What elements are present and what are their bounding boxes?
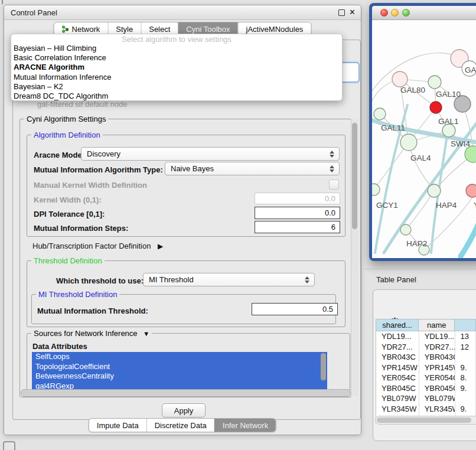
table-row[interactable]: YLR345WYLR345W9. (376, 404, 476, 415)
tab-label: Network (72, 25, 100, 34)
dropdown-hint: Select algorithm to view settings (11, 35, 342, 44)
dpi-tolerance-input[interactable]: 0.0 (255, 207, 340, 219)
tab-label: Style (116, 25, 133, 34)
table-row[interactable]: YBL079WYBL079W (376, 393, 476, 404)
node-attribute-table: shared...name YDL19...YDL19...13YDR27...… (376, 319, 476, 425)
scrollbar-thumb[interactable] (352, 123, 357, 229)
zoom-window-button[interactable] (402, 9, 410, 17)
table-cell: 8. (455, 373, 476, 383)
node-label-y: Y (474, 201, 476, 210)
dropdown-item-bayesian-k2[interactable]: Bayesian – K2 (11, 82, 342, 92)
network-view-window: GALGAL80GAL10GAL1GAL11SWI4GAL4GCY1HAP4YH… (369, 3, 476, 261)
network-node[interactable] (372, 184, 380, 195)
network-canvas[interactable]: GALGAL80GAL10GAL1GAL11SWI4GAL4GCY1HAP4YH… (372, 20, 476, 258)
dropdown-item-basic-correlation-inference[interactable]: Basic Correlation Inference (11, 53, 342, 63)
dropdown-item-bayesian-hill-climbing[interactable]: Bayesian – Hill Climbing (11, 44, 342, 53)
mi-threshold-input[interactable]: 0.5 (252, 303, 338, 315)
table-row[interactable]: YDR27...YDR27...12 (376, 342, 476, 353)
collapse-arrow-icon[interactable]: ▼ (143, 330, 149, 337)
column-header-name[interactable]: name (419, 319, 455, 331)
attributes-list-scrollbar[interactable] (321, 353, 326, 380)
node-label-gal10: GAL10 (436, 90, 461, 99)
close-window-button[interactable] (380, 9, 388, 17)
aracne-mode-select[interactable]: Discovery (81, 147, 340, 161)
tab-infer-network[interactable]: Infer Network (214, 419, 276, 432)
close-icon[interactable]: ✕ (349, 8, 356, 17)
column-header-clipped[interactable] (455, 319, 476, 331)
data-attributes-list[interactable]: SelfLoopsTopologicalCoefficientBetweenne… (32, 352, 327, 392)
mi-algorithm-type-label: Mutual Information Algorithm Type: (34, 165, 163, 174)
node-label-gal11: GAL11 (381, 123, 405, 132)
network-graph[interactable]: GALGAL80GAL10GAL1GAL11SWI4GAL4GCY1HAP4YH… (372, 20, 476, 258)
network-node[interactable] (400, 224, 411, 235)
network-node[interactable] (374, 108, 386, 120)
attribute-item-topologicalcoefficient[interactable]: TopologicalCoefficient (32, 362, 327, 372)
network-icon (62, 25, 69, 33)
network-node[interactable] (442, 124, 455, 137)
table-horizontal-scrollbar[interactable] (375, 416, 476, 425)
dropdown-item-dream8-dc-tdc-algorithm[interactable]: Dream8 DC_TDC Algorithm (11, 92, 342, 101)
scrollbar-thumb[interactable] (377, 418, 471, 423)
node-label-gal4: GAL4 (410, 154, 431, 162)
dpi-tolerance-label: DPI Tolerance [0,1]: (34, 210, 105, 219)
tab-label: Impute Data (97, 421, 139, 430)
algorithm-dropdown-list: Select algorithm to view settings Bayesi… (11, 34, 343, 101)
dropdown-item-mutual-information-inference[interactable]: Mutual Information Inference (11, 73, 342, 82)
table-row[interactable]: YBR043CYBR043C (376, 352, 476, 363)
hub-definition-toggle[interactable]: Hub/Transcription Factor Definition ▶ (32, 242, 163, 250)
table-cell: YPR145W (376, 363, 419, 373)
minimize-window-button[interactable] (391, 9, 399, 17)
column-header-shared[interactable]: shared... (376, 319, 419, 331)
kernel-width-label: Kernel Width (0,1): (34, 195, 102, 204)
screen-edge-fragment (2, 0, 3, 4)
data-attributes-label: Data Attributes (32, 342, 87, 351)
network-node[interactable] (428, 76, 441, 89)
table-cell: 12 (455, 342, 476, 353)
manual-kernel-width-checkbox (329, 180, 339, 190)
mi-steps-input[interactable]: 6 (255, 221, 340, 233)
network-node[interactable] (428, 184, 441, 197)
table-cell: YER054C (419, 373, 455, 383)
network-window-titlebar[interactable] (372, 6, 476, 20)
table-cell: YBR043C (376, 352, 419, 363)
mi-threshold-label: Mutual Information Threshold: (37, 306, 148, 315)
aracne-mode-label: Aracne Mode: (34, 151, 84, 159)
attribute-item-betweennesscentrality[interactable]: BetweennessCentrality (32, 371, 327, 381)
algorithm-definition-title: Algorithm Definition (31, 131, 103, 139)
attribute-item-selfloops[interactable]: SelfLoops (32, 352, 327, 362)
sources-group-header[interactable]: Sources for Network Inference ▼ (31, 329, 152, 338)
cyni-algorithm-settings-title: Cyni Algorithm Settings (24, 115, 108, 123)
node-label-hap2: HAP2 (406, 239, 427, 248)
table-cell: YDR27... (419, 342, 455, 353)
node-label-hap4: HAP4 (436, 201, 457, 210)
desktop-mini-icon[interactable] (3, 441, 15, 450)
network-node[interactable] (430, 102, 442, 113)
network-node[interactable] (392, 71, 407, 87)
table-row[interactable]: YER054CYER054C8. (376, 373, 476, 383)
float-window-icon[interactable] (338, 9, 345, 16)
network-node[interactable] (466, 184, 476, 197)
table-cell: 9. (455, 404, 476, 415)
expand-arrow-icon[interactable]: ▶ (158, 242, 163, 250)
settings-vertical-scrollbar[interactable] (351, 119, 358, 396)
tab-impute-data[interactable]: Impute Data (89, 419, 146, 432)
table-cell: 9. (455, 363, 476, 373)
mi-algorithm-type-select[interactable]: Naive Bayes (165, 162, 340, 175)
node-label-swi4: SWI4 (451, 139, 470, 148)
tab-discretize-data[interactable]: Discretize Data (146, 419, 214, 432)
settings-horizontal-scrollbar[interactable] (21, 389, 351, 397)
node-label-gal1: GAL1 (438, 117, 459, 126)
table-row[interactable]: YDL19...YDL19...13 (376, 331, 476, 342)
which-threshold-select[interactable]: MI Threshold (143, 273, 315, 286)
table-cell: YDL19... (376, 331, 419, 342)
table-row[interactable]: YBR045CYBR045C9. (376, 383, 476, 394)
table-cell: YBL079W (376, 393, 419, 404)
table-cell: YLR345W (376, 404, 419, 415)
table-cell: YDL19... (419, 331, 455, 342)
table-row[interactable]: YPR145WYPR145W9. (376, 363, 476, 373)
apply-button[interactable]: Apply (162, 403, 206, 418)
table-header-row: shared...name (376, 319, 476, 331)
table-panel-title: Table Panel (376, 275, 416, 284)
network-node[interactable] (400, 134, 417, 151)
dropdown-item-aracne-algorithm[interactable]: ARACNE Algorithm (11, 63, 342, 72)
